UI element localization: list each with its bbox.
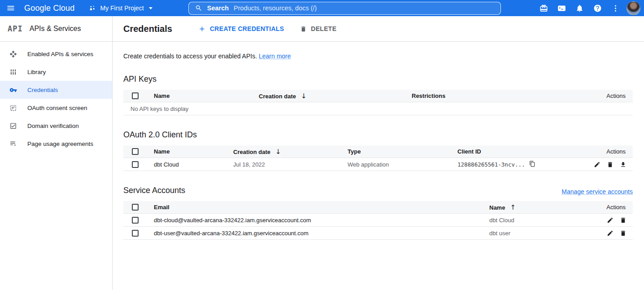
row-actions: [586, 161, 633, 168]
learn-more-link[interactable]: Learn more: [259, 53, 291, 60]
google-cloud-logo[interactable]: Google Cloud: [24, 4, 74, 13]
sidebar-item-domain-verification[interactable]: Domain verification: [0, 117, 112, 135]
help-button[interactable]: [588, 0, 606, 16]
column-header-client-id[interactable]: Client ID: [457, 148, 586, 155]
sidebar-item-label: Enabled APIs & services: [27, 51, 93, 57]
column-header-name[interactable]: Name↑: [489, 203, 594, 211]
sidebar-item-library[interactable]: Library: [0, 63, 112, 81]
column-header-name[interactable]: Name: [154, 92, 259, 99]
column-header-creation-date[interactable]: Creation date↓: [233, 148, 348, 156]
table-header-row: Name Creation date↓ Type Client ID Actio…: [123, 145, 633, 158]
project-switcher[interactable]: My First Project: [89, 4, 152, 12]
column-header-name[interactable]: Name: [154, 148, 233, 155]
client-id-value: 128886265561-3ncv...: [457, 161, 525, 168]
column-header-type[interactable]: Type: [348, 148, 457, 155]
column-header-actions: Actions: [590, 92, 633, 99]
sidebar-item-label: Credentials: [27, 87, 58, 93]
sidebar-item-label: Page usage agreements: [27, 141, 93, 147]
service-account-email: dbt-cloud@vaulted-arcana-332422.iam.gser…: [154, 217, 489, 224]
plus-icon: [198, 25, 206, 33]
sidebar-item-page-usage-agreements[interactable]: Page usage agreements: [0, 135, 112, 153]
sidebar-item-label: Domain verification: [27, 123, 79, 129]
trash-icon: [300, 26, 307, 32]
column-header-email[interactable]: Email: [154, 204, 489, 211]
service-account-name: dbt Cloud: [489, 217, 594, 224]
topbar-actions: [535, 0, 644, 16]
copy-button[interactable]: [529, 161, 535, 168]
sidebar-item-oauth-consent[interactable]: OAuth consent screen: [0, 99, 112, 117]
page-title: Credentials: [123, 24, 172, 34]
sidebar-item-credentials[interactable]: Credentials: [0, 81, 112, 99]
service-accounts-section: Service Accounts Manage service accounts…: [123, 186, 633, 240]
more-options-button[interactable]: [606, 0, 624, 16]
edit-icon[interactable]: [607, 230, 614, 237]
notifications-button[interactable]: [570, 0, 588, 16]
hamburger-menu-button[interactable]: [0, 0, 22, 16]
column-header-creation-date[interactable]: Creation date↓: [259, 92, 412, 100]
table-header-row: Email Name↑ Actions: [123, 201, 633, 214]
create-credentials-button[interactable]: CREATE CREDENTIALS: [198, 25, 284, 33]
column-header-actions: Actions: [594, 204, 633, 211]
manage-service-accounts-link[interactable]: Manage service accounts: [561, 188, 633, 195]
main-panel: Credentials CREATE CREDENTIALS DELETE Cr…: [113, 16, 644, 290]
key-icon: [9, 86, 17, 94]
search-icon: [195, 4, 202, 12]
api-keys-title: API Keys: [123, 75, 157, 84]
copy-icon: [529, 161, 535, 167]
api-keys-section: API Keys Name Creation date↓ Restriction…: [123, 75, 633, 115]
project-name: My First Project: [100, 4, 144, 12]
sidebar-header: API APIs & Services: [0, 16, 112, 42]
search-bar[interactable]: Search Products, resources, docs (/): [188, 2, 501, 15]
oauth-client-type: Web application: [348, 161, 457, 168]
intro-text: Create credentials to access your enable…: [123, 53, 633, 60]
sidebar-item-label: Library: [27, 69, 46, 75]
api-product-logo: API: [8, 24, 23, 33]
delete-icon[interactable]: [620, 217, 627, 224]
help-icon: [593, 4, 602, 13]
row-checkbox[interactable]: [132, 230, 139, 237]
project-icon: [89, 4, 96, 12]
edit-icon[interactable]: [607, 217, 614, 224]
search-label: Search: [207, 4, 229, 12]
oauth-client-creation-date: Jul 18, 2022: [233, 161, 348, 168]
select-all-checkbox[interactable]: [132, 148, 139, 155]
column-header-restrictions[interactable]: Restrictions: [412, 92, 590, 99]
select-all-checkbox[interactable]: [132, 204, 139, 211]
page-usage-agreements-icon: [9, 140, 17, 148]
library-icon: [9, 68, 17, 76]
download-icon[interactable]: [620, 161, 627, 168]
row-actions: [594, 230, 633, 237]
table-header-row: Name Creation date↓ Restrictions Actions: [123, 90, 633, 102]
hamburger-icon: [6, 4, 15, 13]
select-all-checkbox[interactable]: [132, 92, 139, 99]
table-row: dbt Cloud Jul 18, 2022 Web application 1…: [123, 158, 633, 171]
sort-asc-icon[interactable]: ↑: [510, 203, 516, 211]
intro-sentence: Create credentials to access your enable…: [123, 53, 257, 60]
service-accounts-title: Service Accounts: [123, 186, 185, 195]
topbar: Google Cloud My First Project Search Pro…: [0, 0, 644, 16]
edit-icon[interactable]: [594, 161, 600, 168]
sidebar-item-enabled-apis[interactable]: Enabled APIs & services: [0, 45, 112, 63]
row-checkbox[interactable]: [132, 161, 139, 168]
delete-icon[interactable]: [607, 161, 614, 168]
delete-button[interactable]: DELETE: [300, 25, 336, 32]
oauth-client-id: 128886265561-3ncv...: [457, 161, 586, 168]
service-account-name: dbt user: [489, 230, 594, 237]
table-row: dbt-cloud@vaulted-arcana-332422.iam.gser…: [123, 214, 633, 227]
create-credentials-label: CREATE CREDENTIALS: [210, 25, 284, 32]
oauth-clients-table: Name Creation date↓ Type Client ID Actio…: [123, 145, 633, 171]
sort-desc-icon[interactable]: ↓: [275, 148, 281, 156]
sidebar-title: APIs & Services: [30, 25, 81, 33]
user-avatar[interactable]: [627, 1, 640, 15]
cloud-shell-button[interactable]: [553, 0, 570, 16]
page-header: Credentials CREATE CREDENTIALS DELETE: [113, 16, 644, 42]
sort-desc-icon[interactable]: ↓: [301, 92, 307, 100]
delete-icon[interactable]: [620, 230, 627, 237]
row-checkbox[interactable]: [132, 217, 139, 224]
offers-button[interactable]: [535, 0, 553, 16]
delete-label: DELETE: [311, 25, 336, 32]
service-account-email: dbt-user@vaulted-arcana-332422.iam.gserv…: [154, 230, 489, 237]
api-keys-empty-message: No API keys to display: [123, 102, 633, 115]
sidebar: API APIs & Services Enabled APIs & servi…: [0, 16, 113, 290]
chevron-down-icon: [149, 7, 152, 9]
